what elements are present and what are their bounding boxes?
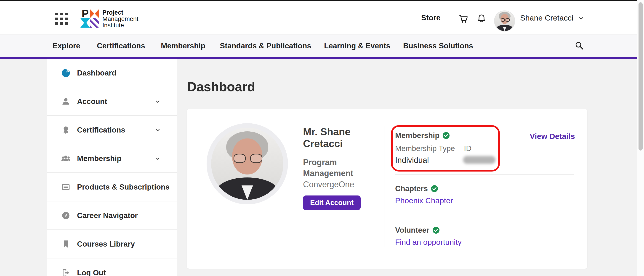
- cart-icon[interactable]: [458, 13, 468, 24]
- nav-item-business-solutions[interactable]: Business Solutions: [403, 34, 473, 57]
- logo-text-line1: Project: [102, 9, 138, 16]
- bookmark-icon: [61, 239, 70, 249]
- section-divider: [395, 174, 574, 174]
- account-sidebar: Dashboard Account Certifications: [47, 59, 177, 276]
- membership-type-value: Individual: [395, 155, 429, 165]
- sidebar-item-career-navigator[interactable]: Career Navigator: [47, 201, 177, 230]
- green-check-icon: [442, 132, 450, 139]
- sidebar-item-dashboard[interactable]: Dashboard: [47, 59, 177, 87]
- scrollbar-track[interactable]: [637, 0, 644, 276]
- membership-section-title: Membership: [395, 131, 440, 140]
- nav-item-standards-publications[interactable]: Standards & Publications: [220, 34, 311, 57]
- chevron-down-icon: [154, 127, 161, 134]
- edit-account-button[interactable]: Edit Account: [303, 195, 360, 210]
- view-details-link[interactable]: View Details: [530, 132, 575, 141]
- dashboard-pie-icon: [61, 68, 70, 78]
- volunteer-section-title-row: Volunteer: [395, 226, 440, 235]
- membership-id-label: ID: [464, 144, 472, 153]
- card-vertical-divider: [384, 126, 384, 247]
- header-divider: [73, 11, 73, 26]
- profile-role: Program Management: [303, 157, 361, 179]
- person-icon: [61, 97, 70, 106]
- membership-section-title-row: Membership: [395, 131, 450, 140]
- sidebar-item-label: Log Out: [77, 269, 106, 276]
- section-divider: [395, 215, 574, 215]
- logo-tile-p: P: [80, 9, 90, 18]
- notification-bell-icon[interactable]: [476, 13, 487, 24]
- sidebar-item-account[interactable]: Account: [47, 87, 177, 116]
- sidebar-item-label: Account: [77, 97, 107, 106]
- chapters-section-title-row: Chapters: [395, 184, 438, 193]
- nav-item-certifications[interactable]: Certifications: [97, 34, 145, 57]
- membership-type-label: Membership Type: [395, 144, 455, 153]
- search-icon[interactable]: [574, 40, 584, 51]
- store-link[interactable]: Store: [421, 1, 440, 34]
- sidebar-item-label: Products & Subscriptions: [77, 183, 170, 191]
- subscription-card-icon: [61, 182, 70, 192]
- nav-item-learning-events[interactable]: Learning & Events: [324, 34, 390, 57]
- pmi-dashboard-page: P Project Management Institute. Store: [0, 0, 644, 276]
- sidebar-item-log-out[interactable]: Log Out: [47, 259, 177, 276]
- sidebar-item-certifications[interactable]: Certifications: [47, 116, 177, 144]
- sidebar-item-membership[interactable]: Membership: [47, 144, 177, 173]
- logout-icon: [61, 268, 70, 276]
- sidebar-item-label: Certifications: [77, 126, 125, 134]
- chevron-down-icon: [154, 98, 161, 105]
- nav-item-explore[interactable]: Explore: [52, 34, 80, 57]
- green-check-icon: [430, 185, 438, 192]
- green-check-icon: [432, 226, 440, 234]
- chevron-down-icon[interactable]: [578, 15, 584, 22]
- logo-tile-bowtie: [90, 9, 99, 18]
- logo-text-line3: Institute.: [102, 22, 138, 28]
- volunteer-section-title: Volunteer: [395, 226, 430, 235]
- compass-icon: [61, 211, 70, 220]
- sidebar-item-label: Dashboard: [77, 69, 116, 77]
- membership-id-value-redacted: [463, 156, 496, 164]
- sidebar-item-label: Courses Library: [77, 240, 135, 248]
- logo-text-line2: Management: [102, 16, 138, 22]
- sidebar-item-label: Membership: [77, 154, 121, 163]
- award-ribbon-icon: [61, 125, 70, 135]
- profile-photo-ring: [206, 123, 288, 204]
- profile-photo: [211, 128, 284, 200]
- scrollbar-thumb[interactable]: [638, 2, 643, 150]
- pmi-logo-text: Project Management Institute.: [102, 9, 138, 28]
- page-title: Dashboard: [187, 79, 255, 94]
- sidebar-item-label: Career Navigator: [77, 211, 138, 220]
- user-menu-name[interactable]: Shane Cretacci: [520, 1, 573, 34]
- user-avatar[interactable]: [494, 10, 515, 31]
- profile-company: ConvergeOne: [303, 180, 354, 189]
- app-grid-icon[interactable]: [55, 13, 69, 25]
- sidebar-item-courses-library[interactable]: Courses Library: [47, 230, 177, 259]
- nav-item-membership[interactable]: Membership: [161, 34, 205, 57]
- chapters-section-title: Chapters: [395, 184, 428, 193]
- header-divider: [449, 10, 449, 26]
- chevron-down-icon: [154, 155, 161, 162]
- site-header: P Project Management Institute. Store: [0, 1, 637, 34]
- phoenix-chapter-link[interactable]: Phoenix Chapter: [395, 196, 453, 205]
- people-group-icon: [61, 154, 70, 163]
- primary-nav: Explore Certifications Membership Standa…: [0, 34, 637, 59]
- logo-tile-stripes: [90, 18, 99, 28]
- sidebar-item-products-subscriptions[interactable]: Products & Subscriptions: [47, 173, 177, 201]
- logo-tile-ibeam: [80, 18, 90, 28]
- find-opportunity-link[interactable]: Find an opportunity: [395, 238, 462, 247]
- pmi-logo[interactable]: P Project Management Institute.: [80, 9, 138, 28]
- profile-name: Mr. Shane Cretacci: [303, 126, 367, 150]
- pmi-logo-mark: P: [80, 9, 99, 28]
